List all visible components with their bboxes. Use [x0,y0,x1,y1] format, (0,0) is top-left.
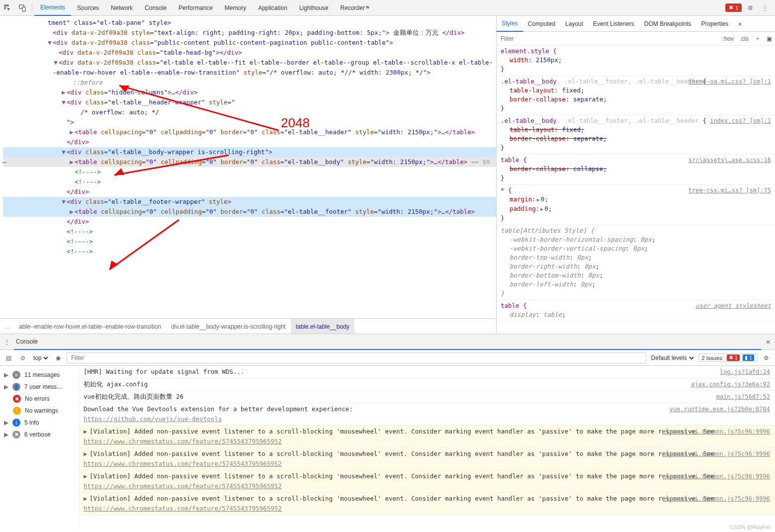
feature-link[interactable]: https://www.chromestatus.com/feature/574… [84,505,282,512]
console-settings-icon[interactable]: ⚙ [761,355,772,361]
tab-application[interactable]: Application [252,0,293,16]
msg-source-link[interactable]: element-ui.common.js?5c96:9996 [662,427,770,437]
console-sidebar: ▶≡11 messages ▶👤7 user mess… ✖No errors … [0,366,80,530]
crumb-current[interactable]: table.el-table__body [291,319,354,334]
log-levels-select[interactable]: Default levels [649,354,695,362]
msg-source-link[interactable]: main.js?56d7:52 [716,392,770,402]
styles-panel: Styles Computed Layout Event Listeners D… [497,16,775,334]
side-errors[interactable]: ✖No errors [0,393,79,405]
selected-dom-node[interactable]: ⋯▶<table cellspacing="0" cellpadding="0"… [3,157,496,167]
close-icon[interactable]: ✕ [761,339,775,346]
hov-toggle[interactable]: :hov [719,35,737,42]
tab-elements[interactable]: Elements [34,0,71,16]
css-rules[interactable]: element.style { width: 2150px; } theme-o… [497,46,775,334]
devtools-link[interactable]: https://github.com/vuejs/vue-devtools [84,415,222,423]
tab-sources[interactable]: Sources [71,0,105,16]
stab-styles[interactable]: Styles [497,16,523,32]
console-sidebar-toggle-icon[interactable]: ▤ [3,355,14,361]
msg-source-link[interactable]: element-ui.common.js?5c96:9996 [662,449,770,459]
styles-filter-input[interactable] [497,32,719,45]
console-toolbar: ▤ ⊘ top ◉ Default levels 2 Issues: ✖ 1 ▮… [0,350,775,366]
crumb-ancestor[interactable]: able--enable-row-hover.el-table--enable-… [14,319,166,334]
tab-network[interactable]: Network [105,0,139,16]
crumb-parent[interactable]: div.el-table__body-wrapper.is-scrolling-… [166,319,291,334]
console-menu-icon[interactable]: ⋮ [0,339,14,346]
divider [32,3,32,12]
feature-link[interactable]: https://www.chromestatus.com/feature/574… [84,438,282,445]
tab-recorder[interactable]: Recorder ⚑ [335,0,376,16]
devtools-toolbar: Elements Sources Network Console Perform… [0,0,775,16]
msg-source-link[interactable]: element-ui.common.js?5c96:9996 [662,494,770,504]
rule-source-link[interactable]: src\assets\…ase.scss:16 [689,156,771,165]
tab-lighthouse[interactable]: Lighthouse [293,0,335,16]
tab-console[interactable]: Console [139,0,172,16]
breadcrumb: … able--enable-row-hover.el-table--enabl… [0,318,496,334]
stab-dom-breakpoints[interactable]: DOM Breakpoints [639,16,696,32]
stab-event-listeners[interactable]: Event Listeners [588,16,639,32]
dom-tree[interactable]: tment" class="el-tab-pane" style> <div d… [0,16,496,318]
rule-source-ua: user agent stylesheet [695,301,771,310]
console-messages[interactable]: log.js?1afd:24[HMR] Waiting for update s… [80,366,775,530]
issues-pill[interactable]: 2 Issues: ✖ 1 ▮ 1 [698,354,758,362]
side-warnings[interactable]: !No warnings [0,405,79,417]
new-rule-icon[interactable]: ＋ [752,34,764,43]
tab-performance[interactable]: Performance [172,0,219,16]
side-messages[interactable]: ▶≡11 messages [0,369,79,381]
watermark: CSDN @RayFet [730,524,770,530]
sidebar-toggle-icon[interactable]: ▣ [764,35,775,42]
stab-properties[interactable]: Properties [696,16,734,32]
settings-icon[interactable]: ⚙ [745,4,756,11]
console-drawer-header: ⋮ Console ✕ [0,334,775,350]
msg-source-link[interactable]: log.js?1afd:24 [720,367,770,377]
msg-source-link[interactable]: vue.runtime.esm.js?2b0e:8784 [670,404,770,414]
clear-console-icon[interactable]: ⊘ [17,355,28,361]
side-info[interactable]: ▶i5 info [0,417,79,429]
side-verbose[interactable]: ▶⚑6 verbose [0,429,79,441]
cls-toggle[interactable]: .cls [737,35,752,42]
stab-layout[interactable]: Layout [560,16,588,32]
rule-source-link[interactable]: tree-css.mi…ss? [sm]:75 [689,186,771,195]
tab-memory[interactable]: Memory [219,0,252,16]
device-icon[interactable] [15,0,30,16]
msg-source-link[interactable]: ajax.config.js?3e6a:92 [691,379,770,389]
live-expression-icon[interactable]: ◉ [53,355,64,361]
elements-panel: tment" class="el-tab-pane" style> <div d… [0,16,497,334]
rule-source-link[interactable]: theme-oa.mi…css? [sm]:1 [689,77,771,86]
msg-source-link[interactable]: element-ui.common.js?5c96:9996 [662,471,770,481]
panel-tabs: Elements Sources Network Console Perform… [34,0,376,16]
rule-source-link[interactable]: index.css? [sm]:1 [710,116,771,125]
context-select[interactable]: top [31,354,50,362]
svg-rect-1 [22,7,25,11]
dom-node[interactable]: tment" class="el-tab-pane" style> [48,19,171,26]
stab-more-icon[interactable]: » [733,16,747,32]
inspect-icon[interactable] [0,0,15,16]
feature-link[interactable]: https://www.chromestatus.com/feature/574… [84,482,282,490]
console-tab[interactable]: Console [14,334,761,350]
error-count-pill[interactable]: ✖ 1 [725,3,742,12]
feature-link[interactable]: https://www.chromestatus.com/feature/574… [84,460,282,467]
side-user[interactable]: ▶👤7 user mess… [0,381,79,393]
styles-tabs: Styles Computed Layout Event Listeners D… [497,16,775,32]
breadcrumb-overflow[interactable]: … [0,323,14,330]
stab-computed[interactable]: Computed [523,16,560,32]
more-icon[interactable]: ⋮ [759,4,771,11]
console-filter-input[interactable] [67,353,646,363]
